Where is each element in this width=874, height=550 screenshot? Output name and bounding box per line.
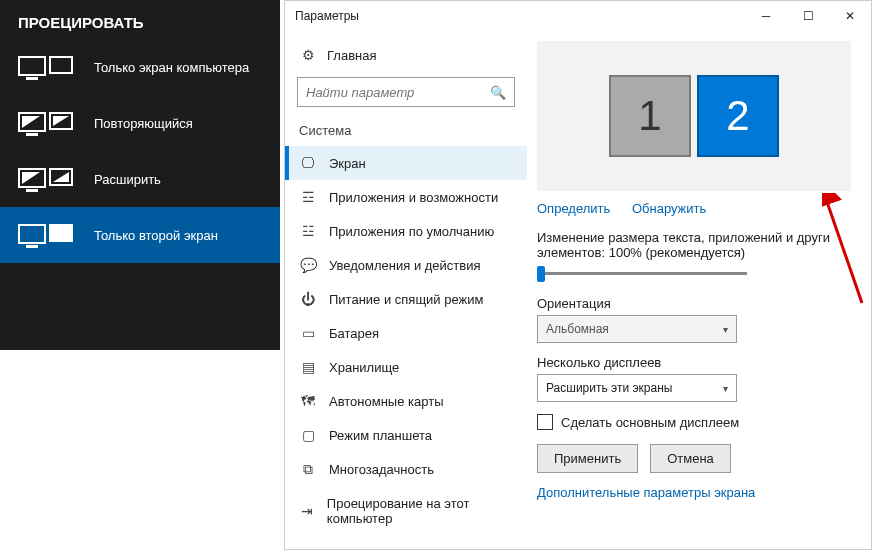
nav-item-apps-features[interactable]: ☲ Приложения и возможности	[285, 180, 527, 214]
nav-item-battery[interactable]: ▭ Батарея	[285, 316, 527, 350]
nav-item-label: Многозадачность	[329, 462, 434, 477]
tablet-icon: ▢	[299, 427, 317, 443]
svg-marker-10	[22, 172, 40, 184]
identify-link[interactable]: Определить	[537, 201, 610, 216]
maximize-button[interactable]: ☐	[787, 1, 829, 31]
nav-home-label: Главная	[327, 48, 376, 63]
nav-item-storage[interactable]: ▤ Хранилище	[285, 350, 527, 384]
multiple-displays-select[interactable]: Расширить эти экраны ▾	[537, 374, 737, 402]
project-option-label: Только экран компьютера	[94, 60, 249, 75]
svg-rect-2	[50, 57, 72, 73]
cancel-button[interactable]: Отмена	[650, 444, 731, 473]
apps-icon: ☲	[299, 189, 317, 205]
svg-rect-15	[50, 225, 72, 241]
project-option-duplicate[interactable]: Повторяющийся	[0, 95, 280, 151]
svg-marker-6	[22, 116, 40, 128]
second-screen-only-icon	[18, 221, 74, 249]
scale-slider[interactable]	[537, 264, 747, 282]
project-option-label: Повторяющийся	[94, 116, 193, 131]
orientation-select[interactable]: Альбомная ▾	[537, 315, 737, 343]
window-title: Параметры	[295, 9, 359, 23]
monitor-1[interactable]: 1	[609, 75, 691, 157]
map-icon: 🗺	[299, 393, 317, 409]
nav-item-default-apps[interactable]: ☳ Приложения по умолчанию	[285, 214, 527, 248]
slider-thumb[interactable]	[537, 266, 545, 282]
battery-icon: ▭	[299, 325, 317, 341]
project-option-pc-only[interactable]: Только экран компьютера	[0, 39, 280, 95]
project-option-second-only[interactable]: Только второй экран	[0, 207, 280, 263]
svg-rect-14	[26, 245, 38, 248]
orientation-label: Ориентация	[537, 296, 851, 311]
multiple-displays-value: Расширить эти экраны	[546, 381, 672, 395]
nav-item-projecting[interactable]: ⇥ Проецирование на этот компьютер	[285, 487, 527, 535]
nav-item-label: Питание и спящий режим	[329, 292, 483, 307]
multiple-displays-label: Несколько дисплеев	[537, 355, 851, 370]
nav-item-label: Приложения по умолчанию	[329, 224, 494, 239]
projecting-icon: ⇥	[299, 503, 315, 519]
power-icon: ⏻	[299, 291, 317, 307]
make-main-label: Сделать основным дисплеем	[561, 415, 739, 430]
checkbox-icon	[537, 414, 553, 430]
minimize-button[interactable]: ─	[745, 1, 787, 31]
nav-item-power-sleep[interactable]: ⏻ Питание и спящий режим	[285, 282, 527, 316]
nav-item-multitasking[interactable]: ⧉ Многозадачность	[285, 452, 527, 487]
extend-icon	[18, 165, 74, 193]
nav-item-label: Экран	[329, 156, 366, 171]
nav-item-label: Хранилище	[329, 360, 399, 375]
nav-item-display[interactable]: 🖵 Экран	[285, 146, 527, 180]
pc-screen-only-icon	[18, 53, 74, 81]
svg-marker-7	[53, 116, 69, 126]
nav-item-offline-maps[interactable]: 🗺 Автономные карты	[285, 384, 527, 418]
close-button[interactable]: ✕	[829, 1, 871, 31]
nav-home[interactable]: ⚙ Главная	[285, 41, 527, 73]
gear-icon: ⚙	[299, 47, 317, 63]
svg-marker-12	[53, 172, 69, 182]
duplicate-icon	[18, 109, 74, 137]
settings-search[interactable]: 🔍	[297, 77, 515, 107]
nav-item-label: Уведомления и действия	[329, 258, 481, 273]
storage-icon: ▤	[299, 359, 317, 375]
scale-label: Изменение размера текста, приложений и д…	[537, 230, 851, 260]
default-apps-icon: ☳	[299, 223, 317, 239]
multitask-icon: ⧉	[299, 461, 317, 478]
titlebar: Параметры ─ ☐ ✕	[285, 1, 871, 31]
project-option-label: Расширить	[94, 172, 161, 187]
project-panel-title: ПРОЕЦИРОВАТЬ	[0, 0, 280, 39]
chevron-down-icon: ▾	[723, 324, 728, 335]
notifications-icon: 💬	[299, 257, 317, 273]
nav-section-label: Система	[285, 117, 527, 146]
svg-rect-0	[19, 57, 45, 75]
settings-window: Параметры ─ ☐ ✕ ⚙ Главная 🔍 Система 🖵 Эк…	[284, 0, 872, 550]
project-panel: ПРОЕЦИРОВАТЬ Только экран компьютера Пов…	[0, 0, 280, 350]
display-settings-panel: 1 2 Определить Обнаружить Изменение разм…	[527, 31, 871, 549]
nav-item-label: Проецирование на этот компьютер	[327, 496, 513, 526]
search-icon: 🔍	[490, 85, 506, 100]
make-main-display-checkbox[interactable]: Сделать основным дисплеем	[537, 414, 851, 430]
settings-nav: ⚙ Главная 🔍 Система 🖵 Экран ☲ Приложения…	[285, 31, 527, 549]
display-arrangement-preview[interactable]: 1 2	[537, 41, 851, 191]
nav-item-notifications[interactable]: 💬 Уведомления и действия	[285, 248, 527, 282]
project-option-label: Только второй экран	[94, 228, 218, 243]
display-icon: 🖵	[299, 155, 317, 171]
svg-rect-13	[19, 225, 45, 243]
nav-item-tablet-mode[interactable]: ▢ Режим планшета	[285, 418, 527, 452]
advanced-display-link[interactable]: Дополнительные параметры экрана	[537, 485, 851, 500]
chevron-down-icon: ▾	[723, 383, 728, 394]
detect-link[interactable]: Обнаружить	[632, 201, 706, 216]
orientation-value: Альбомная	[546, 322, 609, 336]
monitor-2[interactable]: 2	[697, 75, 779, 157]
nav-item-label: Приложения и возможности	[329, 190, 498, 205]
nav-item-label: Автономные карты	[329, 394, 444, 409]
nav-item-label: Режим планшета	[329, 428, 432, 443]
nav-item-label: Батарея	[329, 326, 379, 341]
svg-rect-4	[26, 133, 38, 136]
svg-rect-9	[26, 189, 38, 192]
project-option-extend[interactable]: Расширить	[0, 151, 280, 207]
svg-rect-1	[26, 77, 38, 80]
apply-button[interactable]: Применить	[537, 444, 638, 473]
search-input[interactable]	[306, 85, 490, 100]
